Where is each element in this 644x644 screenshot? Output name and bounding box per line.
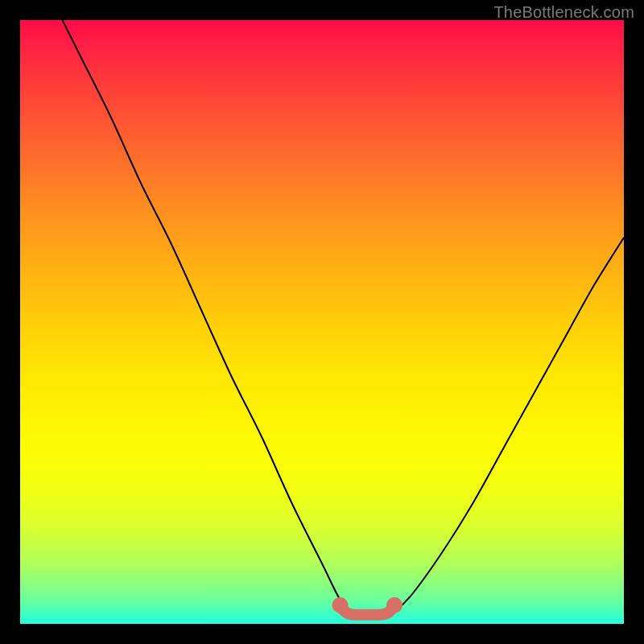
optimal-range-dot-left [332,597,349,613]
watermark-text: TheBottleneck.com [493,3,634,22]
chart-frame: TheBottleneck.com [0,0,644,644]
optimal-range-dot-right [386,597,402,613]
optimal-range-marker [341,605,395,615]
bottleneck-curve [63,20,625,618]
bottleneck-curve-svg [20,20,624,624]
plot-area [20,20,624,624]
